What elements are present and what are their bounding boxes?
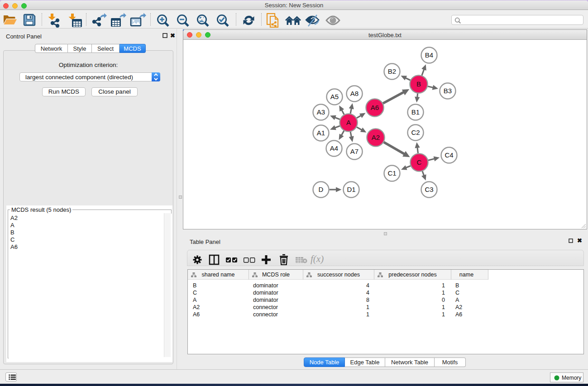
svg-text:D1: D1: [347, 186, 355, 193]
svg-text:C2: C2: [411, 129, 420, 136]
svg-text:A7: A7: [350, 148, 359, 155]
svg-text:C: C: [417, 158, 422, 166]
svg-text:B4: B4: [425, 51, 433, 59]
svg-text:C1: C1: [387, 169, 396, 177]
svg-text:B3: B3: [444, 87, 452, 95]
svg-text:A5: A5: [330, 93, 339, 100]
svg-text:B1: B1: [411, 108, 420, 116]
svg-text:A3: A3: [317, 108, 325, 116]
svg-text:D: D: [319, 186, 324, 193]
svg-text:B2: B2: [388, 67, 396, 75]
svg-text:A2: A2: [372, 133, 380, 141]
svg-text:A6: A6: [371, 104, 379, 111]
svg-text:A8: A8: [350, 90, 359, 97]
svg-text:B: B: [416, 80, 421, 88]
svg-text:A1: A1: [317, 129, 325, 137]
svg-text:C3: C3: [425, 186, 433, 193]
svg-text:C4: C4: [445, 151, 453, 159]
svg-text:A: A: [346, 119, 351, 126]
svg-text:A4: A4: [330, 144, 338, 152]
